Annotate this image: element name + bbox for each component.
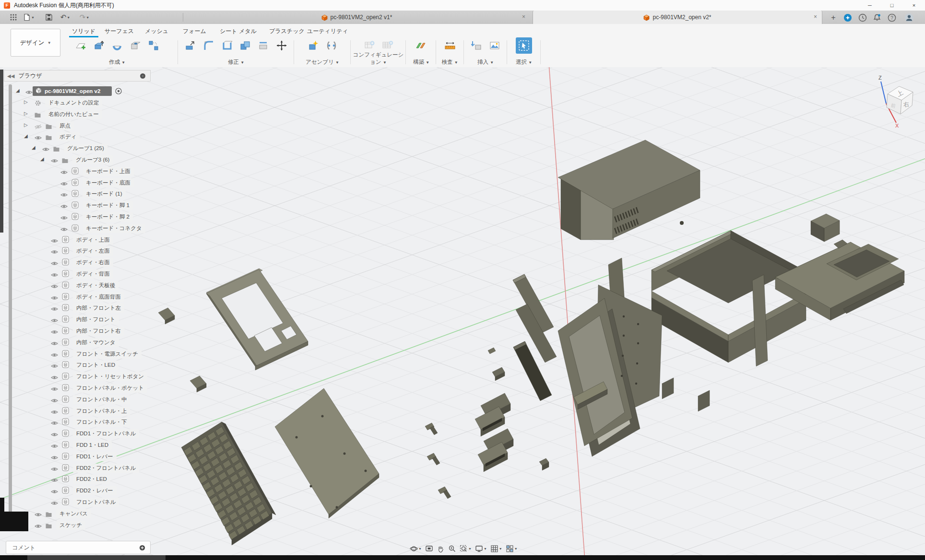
browser-item-label[interactable]: 内部・フロント	[73, 315, 119, 324]
document-tab-2[interactable]: pc-9801VM2_open v2* ×	[533, 11, 822, 24]
visibility-eye-icon[interactable]	[51, 157, 58, 165]
visibility-eye-icon[interactable]	[51, 294, 58, 303]
expand-collapse-icon[interactable]: ◢	[16, 88, 20, 93]
browser-item-36[interactable]: フロントパネル	[0, 497, 158, 507]
browser-item-label[interactable]: フロントパネル・ポケット	[73, 384, 147, 393]
browser-item-label[interactable]: ドキュメントの設定	[45, 98, 102, 107]
visibility-eye-icon[interactable]	[60, 191, 68, 199]
browser-item-35[interactable]: FDD2・レバー	[0, 486, 158, 496]
visibility-eye-icon[interactable]	[60, 168, 68, 177]
browser-item-17[interactable]: ボディ・天板後	[0, 280, 158, 291]
browser-item-27[interactable]: フロントパネル・中	[0, 395, 158, 405]
browser-item-label[interactable]: フロント・リセットボタン	[73, 372, 147, 381]
visibility-eye-icon[interactable]	[60, 202, 68, 211]
visibility-eye-icon[interactable]	[51, 408, 58, 417]
browser-item-34[interactable]: FDD2・LED	[0, 474, 158, 484]
browser-item-2[interactable]: ▷名前の付いたビュー	[0, 109, 158, 119]
orbit-icon[interactable]: ▼	[409, 543, 423, 554]
insert-derive-icon[interactable]	[468, 37, 485, 54]
browser-item-label[interactable]: ボディ・天板後	[73, 281, 119, 290]
browser-item-30[interactable]: FDD1・フロントパネル	[0, 429, 158, 439]
view-cube[interactable]: Z X 上 右 前	[873, 71, 925, 128]
ribbon-group-label[interactable]: 修正 ▼	[178, 58, 294, 66]
browser-item-label[interactable]: フロント・LED	[73, 361, 119, 370]
browser-item-15[interactable]: ボディ・右面	[0, 257, 158, 268]
visibility-eye-icon[interactable]	[60, 225, 68, 234]
browser-item-29[interactable]: フロントパネル・下	[0, 417, 158, 427]
browser-item-label[interactable]: フロント・電源スイッチ	[73, 350, 142, 359]
browser-panel-header[interactable]: ◀◀ ブラウザ -	[4, 70, 151, 82]
visibility-eye-icon[interactable]	[51, 465, 58, 474]
zoom-icon[interactable]	[447, 543, 457, 554]
collapse-icon[interactable]: ◢	[24, 133, 28, 139]
close-tab-icon[interactable]: ×	[522, 13, 525, 20]
ribbon-tab-4[interactable]: フォーム	[183, 26, 206, 36]
browser-item-label[interactable]: FDD1・レバー	[73, 452, 117, 461]
visibility-eye-icon[interactable]	[51, 419, 58, 428]
browser-item-label[interactable]: 内部・マウンタ	[73, 338, 119, 347]
browser-item-label[interactable]: グループ3 (6)	[72, 155, 113, 164]
undo-icon[interactable]: ↶▼	[59, 12, 71, 23]
collapse-icon[interactable]: ◢	[32, 145, 36, 150]
document-tab-1[interactable]: pc-9801VM2_open2 v1* ×	[183, 11, 530, 24]
browser-item-14[interactable]: ボディ・左面	[0, 246, 158, 256]
browser-item-label[interactable]: 内部・フロント左	[73, 303, 124, 313]
expand-icon[interactable]: ▷	[24, 99, 28, 105]
visibility-eye-icon[interactable]	[51, 385, 58, 394]
expand-icon[interactable]: ▷	[24, 122, 28, 128]
ribbon-group-label[interactable]: 作成 ▼	[57, 58, 178, 66]
browser-item-label[interactable]: FDD2・レバー	[73, 486, 117, 495]
browser-item-23[interactable]: フロント・電源スイッチ	[0, 349, 158, 359]
browser-item-20[interactable]: 内部・フロント	[0, 315, 158, 325]
browser-item-label[interactable]: 原点	[56, 121, 74, 130]
visibility-eye-icon[interactable]	[51, 431, 58, 439]
browser-item-label[interactable]: フロントパネル・中	[73, 395, 130, 404]
viewports-icon[interactable]: ▼	[505, 543, 519, 554]
visibility-eye-icon[interactable]	[35, 522, 42, 531]
browser-item-21[interactable]: 内部・フロント右	[0, 326, 158, 336]
revolve-icon[interactable]	[109, 37, 125, 54]
ribbon-group-label[interactable]: コンフィギュレーション ▼	[351, 51, 405, 66]
collapse-icon[interactable]: ◢	[40, 156, 44, 162]
browser-item-19[interactable]: 内部・フロント左	[0, 303, 158, 313]
browser-item-25[interactable]: フロント・リセットボタン	[0, 372, 158, 382]
browser-item-6[interactable]: ◢グループ3 (6)	[0, 155, 158, 165]
browser-item-label[interactable]: フロントパネル・下	[73, 418, 130, 427]
browser-item-label[interactable]: キーボード・上面	[83, 167, 134, 176]
profile-avatar-icon[interactable]	[904, 12, 914, 23]
visibility-eye-icon[interactable]	[25, 88, 33, 97]
ribbon-tab-6[interactable]: プラスチック	[269, 26, 305, 36]
browser-item-label[interactable]: 名前の付いたビュー	[45, 110, 102, 119]
browser-item-10[interactable]: キーボード・脚 1	[0, 200, 158, 210]
activate-component-radio[interactable]	[115, 88, 122, 96]
browser-item-22[interactable]: 内部・マウンタ	[0, 338, 158, 348]
browser-item-label[interactable]: ボディ・右面	[73, 258, 113, 267]
visibility-eye-icon[interactable]	[60, 180, 68, 188]
pattern-icon[interactable]	[145, 37, 162, 54]
visibility-eye-icon[interactable]	[51, 282, 58, 291]
visibility-eye-icon[interactable]	[51, 499, 58, 508]
visibility-eye-icon[interactable]	[51, 328, 58, 337]
decal-icon[interactable]	[486, 37, 503, 54]
visibility-eye-icon[interactable]	[42, 145, 49, 154]
ribbon-group-label[interactable]: 構築 ▼	[407, 58, 436, 66]
job-status-clock-icon[interactable]	[857, 12, 868, 23]
browser-item-5[interactable]: ◢グループ1 (25)	[0, 143, 158, 153]
help-icon[interactable]: ?	[887, 12, 897, 23]
visibility-eye-icon[interactable]	[51, 248, 58, 257]
browser-item-8[interactable]: キーボード・底面	[0, 178, 158, 188]
visibility-eye-icon[interactable]	[51, 305, 58, 314]
close-tab-icon[interactable]: ×	[814, 13, 817, 20]
ribbon-group-label[interactable]: アセンブリ ▼	[295, 58, 350, 66]
new-component-icon[interactable]	[305, 37, 321, 54]
visibility-eye-icon[interactable]	[51, 488, 58, 496]
add-comment-icon[interactable]	[139, 545, 145, 551]
panel-display-toggle-icon[interactable]: -	[140, 73, 145, 79]
browser-item-label[interactable]: ボディ・上面	[73, 235, 113, 245]
browser-item-label[interactable]: キーボード・コネクタ	[83, 224, 145, 233]
visibility-eye-icon[interactable]	[51, 397, 58, 405]
root-component[interactable]: pc-9801VM2_open v2	[33, 86, 112, 96]
new-tab-button[interactable]: +	[828, 12, 839, 23]
ribbon-tab-7[interactable]: ユーティリティ	[307, 26, 348, 36]
collapse-panel-icon[interactable]: ◀◀	[7, 73, 14, 79]
